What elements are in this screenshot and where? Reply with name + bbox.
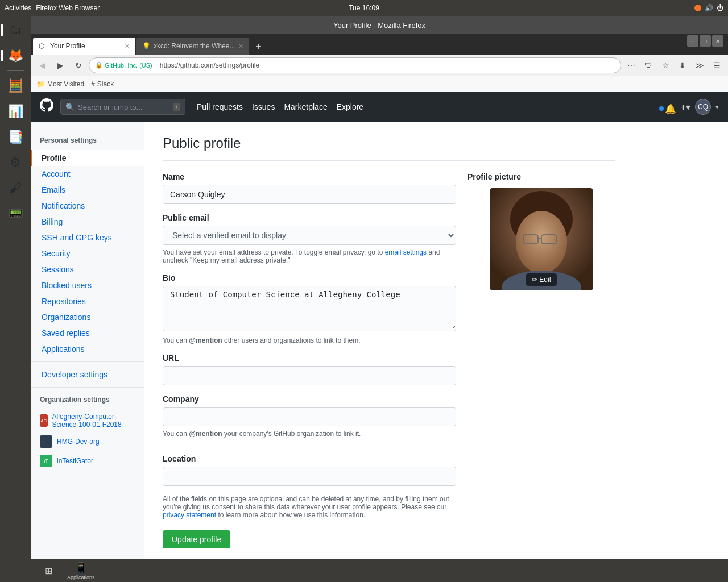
tab-xkcd[interactable]: 💡 xkcd: Reinvent the Whee... ✕ bbox=[136, 38, 249, 55]
maximize-button[interactable]: □ bbox=[700, 35, 711, 47]
bookmark-folder-icon: 📁 bbox=[36, 80, 45, 88]
tab-bar: ⬡ Your Profile ✕ 💡 xkcd: Reinvent the Wh… bbox=[31, 34, 728, 55]
profile-grid: Name Public email Select a verified emai… bbox=[163, 172, 615, 548]
extensions-icon[interactable]: ≫ bbox=[692, 57, 708, 73]
launcher-app-calc[interactable]: 🧮 bbox=[3, 74, 27, 98]
github-nav: Pull requests Issues Marketplace Explore bbox=[197, 102, 363, 111]
sidebar-item-security[interactable]: Security bbox=[31, 246, 144, 261]
url-label: URL bbox=[163, 354, 456, 363]
launcher-app-settings[interactable]: ⚙ bbox=[3, 151, 27, 174]
app-grid-button[interactable]: ⊞ bbox=[40, 562, 57, 579]
nav-pull-requests[interactable]: Pull requests bbox=[197, 102, 243, 111]
tab-xkcd-favicon: 💡 bbox=[142, 42, 150, 50]
bio-note: You can @mention other users and organiz… bbox=[163, 336, 456, 344]
location-input[interactable] bbox=[163, 467, 456, 486]
company-note: You can @mention your company's GitHub o… bbox=[163, 430, 456, 438]
plus-icon[interactable]: +▾ bbox=[681, 102, 690, 113]
org-allegheny-label: Allegheny-Computer-Science-100-01-F2018 bbox=[52, 413, 135, 429]
sidebar-item-ssh[interactable]: SSH and GPG keys bbox=[31, 230, 144, 246]
menu-icon[interactable]: ☰ bbox=[709, 57, 725, 73]
download-icon[interactable]: ⬇ bbox=[675, 57, 690, 73]
email-settings-link[interactable]: email settings bbox=[385, 248, 427, 256]
sidebar-item-organizations[interactable]: Organizations bbox=[31, 309, 144, 325]
lock-icon: 🔒 bbox=[95, 61, 103, 69]
user-avatar[interactable]: CQ bbox=[695, 99, 711, 115]
nav-explore[interactable]: Explore bbox=[337, 102, 363, 111]
nav-issues[interactable]: Issues bbox=[252, 102, 275, 111]
sidebar-item-blocked-users[interactable]: Blocked users bbox=[31, 277, 144, 293]
address-bar[interactable]: 🔒 GitHub, Inc. (US) https://github.com/s… bbox=[89, 57, 621, 73]
privacy-link[interactable]: privacy statement bbox=[163, 511, 216, 519]
profile-picture-title: Profile picture bbox=[468, 172, 615, 181]
launcher-app-terminal[interactable]: 📟 bbox=[3, 202, 27, 226]
applications-label: Applications bbox=[67, 575, 95, 580]
sidebar-item-applications[interactable]: Applications bbox=[31, 341, 144, 357]
email-note: You have set your email address to priva… bbox=[163, 248, 456, 264]
status-dot bbox=[694, 5, 701, 11]
avatar-container: ✏ Edit bbox=[490, 188, 593, 290]
sidebar-item-repositories[interactable]: Repositories bbox=[31, 293, 144, 309]
sidebar-item-notifications[interactable]: Notifications bbox=[31, 198, 144, 214]
sidebar-org-rmg[interactable]: RMG-Dev-org bbox=[31, 432, 144, 451]
settings-icon: ⚙ bbox=[10, 155, 21, 170]
tab-profile-close[interactable]: ✕ bbox=[125, 43, 130, 50]
star-icon[interactable]: ☆ bbox=[657, 57, 673, 73]
sidebar-item-emails[interactable]: Emails bbox=[31, 182, 144, 198]
bottom-app-applications[interactable]: 📱 Applications bbox=[63, 560, 100, 581]
update-profile-button[interactable]: Update profile bbox=[163, 530, 230, 548]
sidebar-item-account[interactable]: Account bbox=[31, 166, 144, 182]
nav-marketplace[interactable]: Marketplace bbox=[284, 102, 327, 111]
github-logo[interactable] bbox=[40, 98, 53, 115]
search-icon: 🔍 bbox=[65, 103, 75, 111]
launcher-app-firefox[interactable]: 🦊 bbox=[3, 44, 27, 68]
launcher-app-presentation[interactable]: 📑 bbox=[3, 125, 27, 149]
new-tab-button[interactable]: + bbox=[250, 39, 266, 55]
tab-xkcd-label: xkcd: Reinvent the Whee... bbox=[154, 42, 235, 50]
sidebar-item-developer-settings[interactable]: Developer settings bbox=[31, 367, 144, 383]
minimize-button[interactable]: ─ bbox=[687, 35, 698, 47]
bookmark-slack[interactable]: # Slack bbox=[91, 80, 114, 88]
consent-note: All of the fields on this page are optio… bbox=[163, 495, 456, 519]
forward-button[interactable]: ▶ bbox=[52, 57, 68, 73]
firefox-label[interactable]: Firefox Web Browser bbox=[36, 4, 100, 12]
back-button[interactable]: ◀ bbox=[34, 57, 50, 73]
github-header-right: 🔔 +▾ CQ ▾ bbox=[665, 99, 719, 115]
notifications-icon[interactable]: 🔔 bbox=[665, 104, 676, 114]
bookmark-most-visited[interactable]: 📁 Most Visited bbox=[36, 80, 84, 88]
sidebar-item-profile[interactable]: Profile bbox=[31, 150, 144, 166]
shield-icon[interactable]: 🛡 bbox=[640, 57, 656, 73]
active-indicator bbox=[1, 24, 3, 36]
power-icon[interactable]: ⏻ bbox=[717, 4, 723, 12]
section-divider bbox=[163, 447, 456, 447]
launcher-app-spreadsheet[interactable]: 📊 bbox=[3, 99, 27, 123]
launcher-app-paint[interactable]: 🖌 bbox=[3, 176, 27, 200]
tab-profile[interactable]: ⬡ Your Profile ✕ bbox=[33, 38, 135, 55]
sidebar-item-billing[interactable]: Billing bbox=[31, 214, 144, 230]
volume-icon[interactable]: 🔊 bbox=[705, 4, 713, 12]
activities-label[interactable]: Activities bbox=[5, 4, 31, 12]
bio-label: Bio bbox=[163, 273, 456, 282]
tab-profile-favicon: ⬡ bbox=[39, 42, 47, 50]
clock: Tue 16:09 bbox=[349, 4, 379, 12]
avatar-edit-button[interactable]: ✏ Edit bbox=[526, 273, 557, 286]
close-button[interactable]: ✕ bbox=[712, 35, 723, 47]
name-input[interactable] bbox=[163, 185, 456, 204]
ubuntu-top-bar: Activities Firefox Web Browser Tue 16:09… bbox=[0, 0, 728, 16]
bookmarks-icon[interactable]: ⋯ bbox=[623, 57, 639, 73]
nav-tools: ⋯ 🛡 ☆ ⬇ ≫ ☰ bbox=[623, 57, 725, 73]
firefox-titlebar: Your Profile - Mozilla Firefox ─ □ ✕ bbox=[31, 16, 728, 34]
sidebar-item-saved-replies[interactable]: Saved replies bbox=[31, 325, 144, 341]
sidebar-item-sessions[interactable]: Sessions bbox=[31, 261, 144, 277]
refresh-button[interactable]: ↻ bbox=[71, 57, 86, 73]
tab-xkcd-close[interactable]: ✕ bbox=[238, 43, 243, 50]
sidebar-org-allegheny[interactable]: AC Allegheny-Computer-Science-100-01-F20… bbox=[31, 409, 144, 432]
github-search[interactable]: 🔍 Search or jump to... / bbox=[60, 99, 185, 115]
bio-textarea[interactable]: Student of Computer Science at Allegheny… bbox=[163, 286, 456, 331]
launcher-app-files[interactable]: 🗂 bbox=[3, 18, 27, 42]
avatar-chevron[interactable]: ▾ bbox=[715, 103, 719, 111]
email-select[interactable]: Select a verified email to display bbox=[163, 226, 456, 245]
company-input[interactable] bbox=[163, 407, 456, 426]
sidebar-org-investigator[interactable]: iT inTestiGator bbox=[31, 451, 144, 471]
url-input[interactable] bbox=[163, 366, 456, 385]
company-group: Company You can @mention your company's … bbox=[163, 394, 456, 438]
